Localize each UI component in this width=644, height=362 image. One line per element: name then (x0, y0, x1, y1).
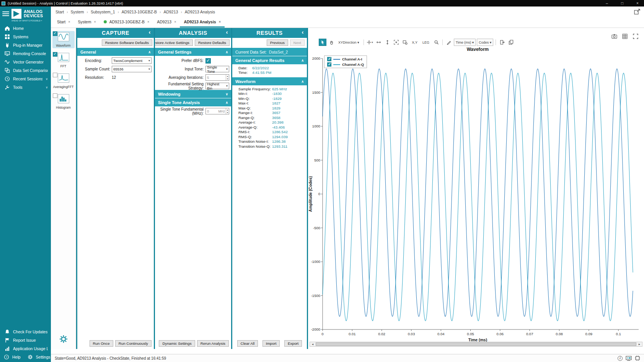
tab-start[interactable]: Start × (53, 17, 74, 28)
close-icon[interactable]: × (219, 20, 221, 24)
next-dataset-button[interactable]: Next (290, 39, 305, 46)
sidebar-item-vector-generator[interactable]: Vector Generator (0, 58, 51, 66)
single-tone-fundamental-input[interactable] (206, 109, 218, 113)
tab-analysis[interactable]: AD9213 Analysis × (180, 17, 225, 28)
pan-tool-button[interactable] (328, 39, 335, 46)
encoding-dropdown[interactable]: TwosComplement ▾ (112, 57, 152, 64)
waveform-results-section-header[interactable]: Waveform ∧ (232, 77, 307, 85)
collapse-panel-icon[interactable]: ‹ (148, 29, 151, 35)
scroll-left-icon[interactable]: ◄ (310, 342, 315, 346)
breadcrumb-item-subsystem[interactable]: Subsystem_1 (91, 10, 115, 14)
fit-vertical-button[interactable] (384, 39, 391, 46)
breadcrumb-item-system[interactable]: System (71, 10, 84, 14)
minimize-button[interactable]: – (600, 0, 613, 7)
restore-software-defaults-button[interactable]: Restore Software Defaults (102, 39, 152, 46)
general-settings-section-header[interactable]: General Settings ∧ (155, 48, 231, 56)
close-icon[interactable]: × (94, 20, 96, 24)
copy-chart-button[interactable] (507, 39, 515, 46)
dynamic-settings-button[interactable]: Dynamic Settings (159, 340, 195, 347)
fullscreen-button[interactable] (632, 33, 639, 40)
scrollbar-thumb[interactable] (316, 342, 636, 346)
general-capture-results-section-header[interactable]: General Capture Results ∧ (232, 56, 307, 64)
chevron-down-icon[interactable]: ∨ (46, 86, 48, 89)
x-units-dropdown[interactable]: Time (ms) ▾ (454, 39, 476, 46)
legend-item-channel-a-i[interactable]: Channel A-I (327, 57, 364, 61)
legend-item-channel-a-q[interactable]: Channel A-Q (327, 62, 364, 67)
view-item-histogram[interactable]: Histogram (52, 93, 75, 110)
sidebar-item-settings[interactable]: Settings (24, 353, 54, 361)
fundamental-strategy-dropdown[interactable]: Highest Bin ▾ (205, 83, 229, 89)
xy-values-button[interactable]: X,Y (410, 39, 420, 46)
view-checkbox-fft[interactable] (53, 52, 57, 57)
legend-checkbox[interactable] (327, 62, 331, 67)
annotate-pen-button[interactable] (445, 39, 453, 46)
clear-all-button[interactable]: Clear All (237, 340, 258, 347)
breadcrumb-item-analysis[interactable]: AD9213 Analysis (185, 10, 215, 14)
export-button[interactable]: Export (284, 340, 302, 347)
input-tone-dropdown[interactable]: Single Tone ▾ (205, 66, 229, 72)
view-item-fft[interactable]: FFT (52, 52, 75, 69)
view-checkbox-histogram[interactable] (53, 93, 57, 98)
fit-all-button[interactable] (393, 39, 400, 46)
tab-chip[interactable]: AD9213 × (153, 17, 180, 28)
info-icon[interactable]: i (618, 356, 623, 361)
spinner-down-icon[interactable]: ▾ (226, 111, 229, 114)
spinner-up-icon[interactable]: ▴ (226, 109, 229, 111)
sidebar-item-systems[interactable]: Systems (0, 33, 51, 41)
sidebar-item-check-for-updates[interactable]: Check For Updates (0, 328, 51, 336)
previous-dataset-button[interactable]: Previous (267, 39, 288, 46)
pop-out-session-icon[interactable] (634, 9, 641, 15)
restore-active-settings-button[interactable]: Restore Active Settings (155, 39, 193, 46)
tab-system[interactable]: System × (74, 17, 99, 28)
grid-view-button[interactable] (621, 33, 629, 40)
sidebar-item-recent-sessions[interactable]: Recent Sessions ∨ (0, 75, 51, 83)
close-icon[interactable]: × (174, 20, 176, 24)
prefer-dbfs-checkbox[interactable] (205, 58, 211, 64)
view-checkbox-averagingfft[interactable] (53, 73, 57, 77)
close-icon[interactable]: × (68, 20, 70, 24)
magnifier-button[interactable] (432, 39, 440, 46)
sidebar-item-application-usage-logging[interactable]: Application Usage Logging (0, 344, 51, 353)
hamburger-menu-icon[interactable] (2, 11, 9, 16)
breadcrumb-item-board[interactable]: AD9213-10GEBZ-B (122, 10, 157, 14)
snapshot-button[interactable] (610, 33, 618, 40)
sidebar-item-tools[interactable]: Tools ∨ (0, 83, 51, 91)
sidebar-item-remoting-console[interactable]: Remoting Console (0, 49, 51, 58)
view-item-waveform[interactable]: Waveform (52, 31, 75, 48)
maximize-button[interactable]: □ (616, 0, 629, 7)
chevron-down-icon[interactable]: ∨ (46, 77, 48, 81)
sample-count-dropdown[interactable]: 65536 ▾ (112, 66, 152, 72)
memory-status-icon[interactable] (635, 355, 640, 361)
restore-defaults-button[interactable]: Restore Defaults (195, 39, 230, 46)
spinner-up-icon[interactable]: ▴ (226, 75, 229, 78)
spinner-down-icon[interactable]: ▾ (226, 78, 229, 80)
close-icon[interactable]: × (147, 20, 149, 24)
rerun-analysis-button[interactable]: Rerun Analysis (197, 340, 229, 347)
sidebar-item-plugin-manager[interactable]: Plug-in Manager (0, 41, 51, 49)
y-units-dropdown[interactable]: Codes ▾ (477, 39, 493, 46)
select-tool-button[interactable] (319, 39, 326, 46)
sidebar-item-help[interactable]: ? Help (0, 353, 24, 361)
collapse-panel-icon[interactable]: ‹ (226, 29, 228, 35)
tab-board[interactable]: AD9213-10GEBZ-B × (100, 17, 153, 28)
waveform-plot[interactable]: Waveform2000150010005000-500-1000-1500-2… (308, 45, 643, 343)
view-settings-gear-icon[interactable] (59, 334, 68, 344)
breadcrumb-item-start[interactable]: Start (55, 10, 64, 14)
board-status-icon[interactable] (626, 355, 632, 361)
run-once-button[interactable]: Run Once (90, 340, 113, 347)
sidebar-item-home[interactable]: Home (0, 24, 51, 33)
import-button[interactable]: Import (262, 340, 280, 347)
zoom-box-button[interactable] (401, 39, 409, 46)
scroll-right-icon[interactable]: ► (637, 342, 642, 346)
sidebar-item-data-set-comparison[interactable]: Data Set Comparison (0, 66, 51, 75)
general-section-header[interactable]: General ∧ (77, 48, 154, 56)
sidebar-item-report-issue[interactable]: Report Issue (0, 336, 51, 344)
windowing-section-header[interactable]: Windowing ∨ (155, 90, 231, 98)
breadcrumb-item-chip[interactable]: AD9213 (163, 10, 178, 14)
collapse-panel-icon[interactable]: ‹ (302, 29, 304, 35)
view-item-averagingfft[interactable]: AveragingFFT (52, 72, 75, 90)
center-data-button[interactable]: ▾ (366, 39, 374, 46)
single-tone-analysis-section-header[interactable]: Single Tone Analysis ∧ (155, 98, 231, 106)
fit-horizontal-button[interactable] (375, 39, 383, 46)
legend-toggle-button[interactable]: LEG (421, 39, 431, 46)
